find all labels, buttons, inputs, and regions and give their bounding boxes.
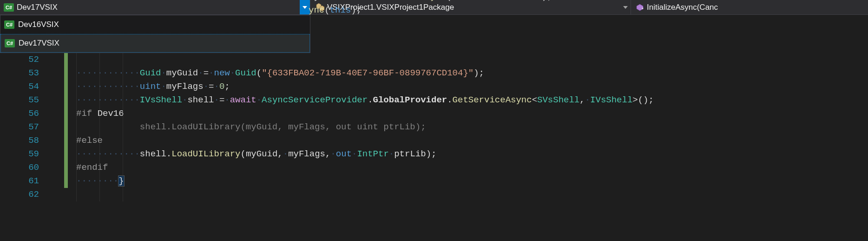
line-number: 62	[0, 188, 52, 201]
code-line[interactable]: #endif	[52, 161, 868, 174]
chevron-down-icon[interactable]	[620, 0, 631, 14]
method-icon: *	[636, 3, 644, 12]
code-line[interactable]: ············uint·myFlags·=·0;	[52, 80, 868, 94]
code-line[interactable]: #else	[52, 134, 868, 147]
code-line[interactable]	[52, 188, 868, 201]
line-number: 61	[0, 174, 52, 188]
code-line[interactable]: ········}	[52, 174, 868, 188]
dropdown-item-label: Dev17VSIX	[19, 39, 59, 48]
dropdown-item-dev17[interactable]: C# Dev17VSIX	[0, 34, 310, 53]
code-line[interactable]: ············IVsShell·shell·=·await·Async…	[52, 94, 868, 107]
csharp-icon: C#	[4, 3, 14, 12]
nav-member-label: InitializeAsync(Canc	[647, 3, 868, 12]
dropdown-item-dev16[interactable]: C# Dev16VSIX	[0, 15, 310, 34]
project-dropdown-list: C# Dev16VSIX C# Dev17VSIX	[0, 15, 310, 53]
code-line[interactable]	[52, 53, 868, 67]
code-line[interactable]: ync(this);	[309, 4, 362, 17]
code-line[interactable]: shell.LoadUILibrary(myGuid, myFlags, out…	[52, 120, 868, 134]
line-number: 55	[0, 94, 52, 107]
nav-class-label: VSIXProject1.VSIXProject1Package	[327, 3, 620, 12]
line-number: 58	[0, 134, 52, 147]
code-line[interactable]: ry.SwitchToMainThreadAsync(cancellationT…	[309, 0, 552, 4]
code-line[interactable]: ············Guid·myGuid·=·new·Guid("{633…	[52, 67, 868, 80]
csharp-icon: C#	[5, 39, 15, 47]
code-line[interactable]: ············shell.LoadUILibrary(myGuid,·…	[52, 147, 868, 161]
line-number: 53	[0, 67, 52, 80]
nav-project-label: Dev17VSIX	[17, 3, 300, 12]
line-number: 56	[0, 107, 52, 120]
svg-text:*: *	[642, 7, 644, 12]
line-number: 59	[0, 147, 52, 161]
csharp-icon: C#	[4, 20, 14, 29]
line-number: 57	[0, 120, 52, 134]
dropdown-item-label: Dev16VSIX	[18, 20, 59, 29]
code-line[interactable]: #if Dev16	[52, 107, 868, 120]
line-number: 60	[0, 161, 52, 174]
nav-member-dropdown[interactable]: * InitializeAsync(Canc	[631, 0, 868, 14]
line-number: 54	[0, 80, 52, 94]
line-number: 52	[0, 53, 52, 67]
nav-project-dropdown[interactable]: C# Dev17VSIX	[0, 0, 310, 14]
